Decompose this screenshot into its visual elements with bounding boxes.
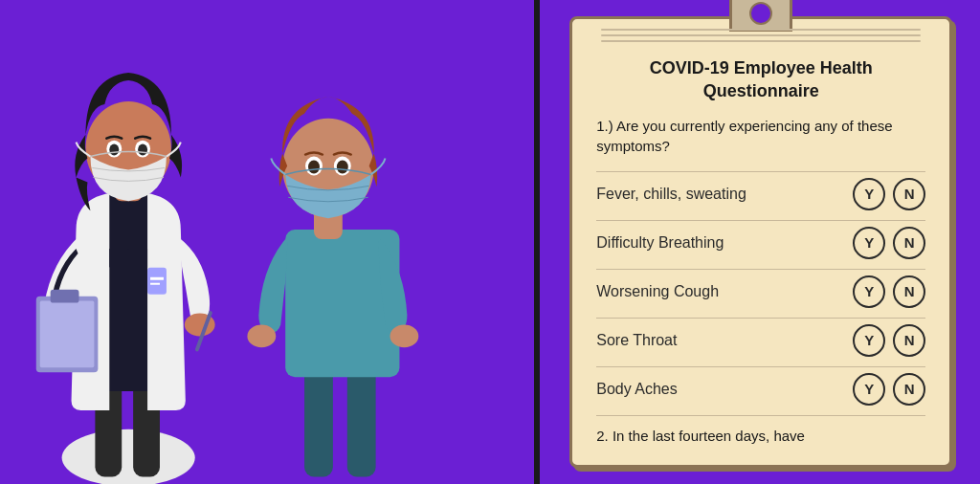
right-panel: COVID-19 Employee Health Questionnaire 1… <box>543 0 980 484</box>
no-button-fever[interactable]: N <box>893 178 925 210</box>
yn-buttons-fever: Y N <box>853 178 925 210</box>
svg-point-26 <box>308 161 320 174</box>
symptom-row-aches: Body Aches Y N <box>596 371 925 407</box>
yn-buttons-cough: Y N <box>853 275 925 308</box>
svg-point-0 <box>62 429 195 484</box>
no-button-throat[interactable]: N <box>893 324 925 357</box>
divider-line <box>596 171 925 172</box>
divider-line <box>596 269 925 270</box>
svg-rect-5 <box>150 277 164 280</box>
paper-line <box>601 40 921 42</box>
paper-line <box>601 34 921 36</box>
symptom-row-fever: Fever, chills, sweating Y N <box>596 176 925 212</box>
svg-point-12 <box>138 144 147 156</box>
divider-line <box>596 318 925 319</box>
yes-button-throat[interactable]: Y <box>853 324 885 357</box>
yn-buttons-breathing: Y N <box>853 227 925 259</box>
divider-line <box>596 220 925 221</box>
question-2: 2. In the last fourteen days, have <box>596 426 925 446</box>
symptom-label-fever: Fever, chills, sweating <box>596 186 853 203</box>
svg-point-29 <box>390 324 419 347</box>
yes-button-cough[interactable]: Y <box>853 275 885 308</box>
divider-line <box>596 415 925 416</box>
divider-line <box>596 366 925 367</box>
svg-point-28 <box>247 324 276 347</box>
svg-point-11 <box>109 144 119 156</box>
yes-button-breathing[interactable]: Y <box>853 227 885 259</box>
panel-divider <box>534 0 540 484</box>
svg-point-27 <box>337 161 348 174</box>
svg-rect-4 <box>147 268 167 295</box>
yes-button-aches[interactable]: Y <box>853 373 885 406</box>
symptom-label-aches: Body Aches <box>596 381 853 398</box>
svg-rect-6 <box>150 283 160 285</box>
yes-button-fever[interactable]: Y <box>853 178 885 210</box>
no-button-aches[interactable]: N <box>893 373 925 406</box>
paper-lines <box>601 29 921 46</box>
left-panel <box>0 0 543 484</box>
svg-rect-17 <box>40 301 95 368</box>
svg-rect-20 <box>347 363 376 476</box>
symptom-row-breathing: Difficulty Breathing Y N <box>596 225 925 261</box>
symptom-row-throat: Sore Throat Y N <box>596 322 925 359</box>
clipboard: COVID-19 Employee Health Questionnaire 1… <box>569 16 952 468</box>
yn-buttons-throat: Y N <box>853 324 925 357</box>
symptom-row-cough: Worsening Cough Y N <box>596 274 925 310</box>
yn-buttons-aches: Y N <box>853 373 925 406</box>
no-button-cough[interactable]: N <box>893 275 925 308</box>
symptom-label-cough: Worsening Cough <box>596 283 853 300</box>
svg-rect-19 <box>304 363 333 476</box>
symptom-label-breathing: Difficulty Breathing <box>596 234 853 252</box>
no-button-breathing[interactable]: N <box>893 227 925 259</box>
clipboard-title: COVID-19 Employee Health Questionnaire <box>596 57 925 102</box>
paper-line <box>601 29 921 31</box>
question-1: 1.) Are you currently experiencing any o… <box>596 116 925 156</box>
svg-rect-18 <box>51 290 79 303</box>
symptom-label-throat: Sore Throat <box>596 332 853 349</box>
